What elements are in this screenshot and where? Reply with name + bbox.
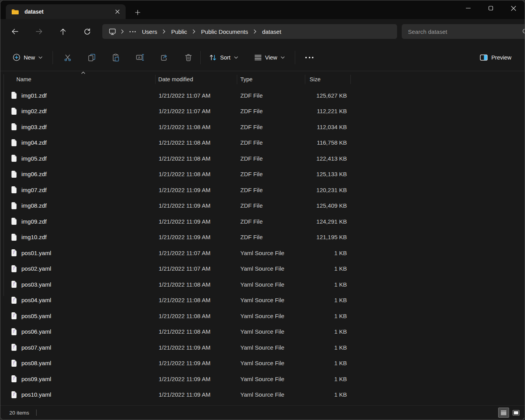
table-row[interactable]: ! pos03.yaml 1/21/2022 11:08 AM Yaml Sou… (0, 276, 525, 292)
maximize-icon[interactable] (480, 0, 502, 16)
file-size: 1 KB (305, 250, 347, 256)
table-row[interactable]: img02.zdf 1/21/2022 11:07 AM ZDF File 11… (0, 103, 525, 119)
file-size: 125,627 KB (305, 92, 347, 99)
view-button-label: View (265, 54, 277, 61)
file-type: Yaml Source File (240, 297, 305, 303)
table-row[interactable]: img07.zdf 1/21/2022 11:09 AM ZDF File 12… (0, 182, 525, 198)
table-row[interactable]: img04.zdf 1/21/2022 11:08 AM ZDF File 11… (0, 135, 525, 151)
zdf-file-icon (11, 202, 17, 210)
search-box[interactable] (402, 24, 525, 39)
navigation-bar: UsersPublicPublic Documentsdataset (0, 19, 525, 44)
zdf-file-icon (11, 123, 17, 131)
more-icon[interactable] (301, 50, 318, 65)
column-header-size[interactable]: Size (310, 71, 320, 88)
yaml-file-icon: ! (11, 343, 17, 351)
chevron-right-icon[interactable] (254, 29, 257, 34)
this-pc-icon[interactable] (108, 28, 116, 35)
up-icon[interactable] (55, 24, 71, 38)
chevron-right-icon[interactable] (163, 29, 166, 34)
cut-icon[interactable] (59, 50, 77, 65)
zdf-file-icon (11, 91, 17, 99)
details-view-icon[interactable] (498, 408, 509, 418)
breadcrumb-item[interactable]: Users (139, 27, 160, 37)
column-resize-handle[interactable] (155, 75, 156, 84)
table-row[interactable]: ! pos06.yaml 1/21/2022 11:08 AM Yaml Sou… (0, 324, 525, 340)
file-date-modified: 1/21/2022 11:07 AM (159, 265, 240, 272)
breadcrumb-item[interactable]: dataset (259, 27, 284, 37)
toolbar-divider (295, 51, 295, 64)
search-input[interactable] (402, 28, 510, 35)
file-type: ZDF File (240, 108, 305, 114)
file-size: 1 KB (305, 297, 347, 303)
table-row[interactable]: ! pos04.yaml 1/21/2022 11:08 AM Yaml Sou… (0, 292, 525, 308)
back-icon[interactable] (7, 24, 23, 38)
tab-dataset[interactable]: dataset (6, 4, 126, 19)
yaml-file-icon: ! (11, 375, 17, 383)
table-row[interactable]: img03.zdf 1/21/2022 11:08 AM ZDF File 11… (0, 119, 525, 135)
column-resize-handle[interactable] (305, 75, 305, 84)
file-type: Yaml Source File (240, 250, 305, 256)
sort-button[interactable]: Sort (205, 50, 243, 65)
file-name: img06.zdf (20, 171, 159, 177)
column-header-type[interactable]: Type (240, 71, 252, 88)
table-row[interactable]: ! pos09.yaml 1/21/2022 11:09 AM Yaml Sou… (0, 371, 525, 387)
file-name: pos10.yaml (20, 391, 159, 398)
file-date-modified: 1/21/2022 11:09 AM (159, 360, 240, 366)
column-header-name[interactable]: Name (16, 71, 32, 88)
minimize-icon[interactable] (457, 0, 480, 16)
file-type: Yaml Source File (240, 313, 305, 319)
tab-title: dataset (24, 9, 112, 15)
table-row[interactable]: ! pos08.yaml 1/21/2022 11:09 AM Yaml Sou… (0, 355, 525, 371)
table-row[interactable]: img08.zdf 1/21/2022 11:09 AM ZDF File 12… (0, 198, 525, 214)
table-row[interactable]: img01.zdf 1/21/2022 11:07 AM ZDF File 12… (0, 88, 525, 103)
table-row[interactable]: ! pos01.yaml 1/21/2022 11:07 AM Yaml Sou… (0, 245, 525, 261)
breadcrumb-item[interactable]: Public (168, 27, 190, 37)
paste-icon[interactable] (107, 50, 125, 65)
table-row[interactable]: ! pos10.yaml 1/21/2022 11:09 AM Yaml Sou… (0, 387, 525, 403)
file-name: img10.zdf (20, 234, 159, 240)
file-size: 122,413 KB (305, 155, 347, 162)
file-size: 1 KB (305, 313, 347, 319)
table-row[interactable]: img06.zdf 1/21/2022 11:08 AM ZDF File 12… (0, 166, 525, 182)
view-button[interactable]: View (250, 50, 289, 65)
column-resize-handle[interactable] (350, 75, 351, 84)
preview-pane-icon (480, 54, 488, 61)
breadcrumb-item[interactable]: Public Documents (198, 27, 251, 37)
pane-splitter[interactable] (4, 74, 4, 296)
forward-icon[interactable] (31, 24, 47, 38)
yaml-file-icon: ! (11, 359, 17, 367)
new-tab-icon[interactable] (132, 7, 144, 18)
file-size: 1 KB (305, 265, 347, 272)
new-button[interactable]: New (8, 50, 47, 65)
table-row[interactable]: img05.zdf 1/21/2022 11:08 AM ZDF File 12… (0, 150, 525, 166)
address-bar[interactable]: UsersPublicPublic Documentsdataset (102, 24, 397, 39)
window-controls (457, 0, 525, 16)
preview-button[interactable]: Preview (475, 50, 516, 65)
column-resize-handle[interactable] (237, 75, 237, 84)
svg-text:A: A (138, 56, 140, 60)
file-date-modified: 1/21/2022 11:08 AM (159, 313, 240, 319)
close-icon[interactable] (502, 0, 525, 16)
breadcrumb-overflow-icon[interactable] (126, 31, 139, 32)
table-row[interactable]: img10.zdf 1/21/2022 11:09 AM ZDF File 12… (0, 229, 525, 245)
share-icon[interactable] (155, 50, 173, 65)
column-header-date-modified[interactable]: Date modified (158, 71, 193, 88)
table-row[interactable]: ! pos02.yaml 1/21/2022 11:07 AM Yaml Sou… (0, 261, 525, 277)
table-row[interactable]: img09.zdf 1/21/2022 11:09 AM ZDF File 12… (0, 214, 525, 229)
copy-icon[interactable] (83, 50, 101, 65)
new-button-label: New (24, 54, 35, 61)
refresh-icon[interactable] (79, 24, 95, 38)
thumbnail-view-icon[interactable] (511, 408, 522, 418)
file-type: ZDF File (240, 202, 305, 209)
preview-button-label: Preview (491, 54, 511, 61)
search-icon (522, 28, 525, 35)
table-row[interactable]: ! pos07.yaml 1/21/2022 11:09 AM Yaml Sou… (0, 340, 525, 355)
sort-ascending-icon (81, 72, 85, 74)
chevron-right-icon[interactable] (192, 29, 196, 34)
delete-icon[interactable] (179, 50, 197, 65)
table-row[interactable]: ! pos05.yaml 1/21/2022 11:08 AM Yaml Sou… (0, 308, 525, 324)
tab-close-icon[interactable] (112, 7, 123, 17)
rename-icon[interactable]: A (131, 50, 149, 65)
file-name: img01.zdf (20, 92, 159, 99)
file-name: img04.zdf (20, 139, 159, 146)
